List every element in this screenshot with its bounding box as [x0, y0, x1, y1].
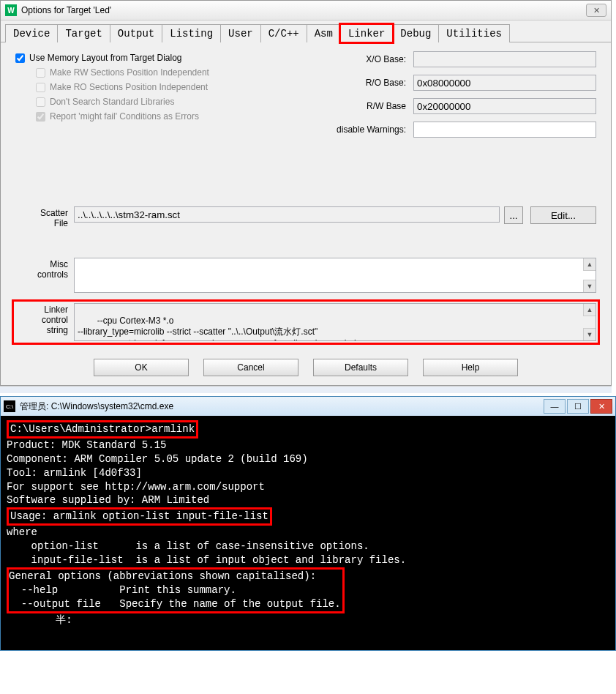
misc-controls-input[interactable]: ▲ ▼ — [74, 258, 596, 293]
cmd-icon: C:\ — [4, 400, 15, 412]
dialog-title: Options for Target 'Led' — [21, 5, 586, 15]
use-memory-layout-label: Use Memory Layout from Target Dialog — [29, 53, 182, 63]
cancel-button[interactable]: Cancel — [203, 359, 298, 376]
report-might-fail-checkbox — [36, 112, 45, 122]
options-dialog: W Options for Target 'Led' ✕ Device Targ… — [0, 0, 612, 386]
tab-utilities[interactable]: Utilities — [438, 24, 510, 42]
titlebar: W Options for Target 'Led' ✕ — [1, 1, 611, 20]
disable-warnings-input[interactable] — [413, 122, 596, 138]
rw-base-row: R/W Base — [326, 98, 596, 114]
minimize-button[interactable]: — — [544, 399, 566, 414]
cmd-window: C:\ 管理员: C:\Windows\system32\cmd.exe — ☐… — [0, 396, 616, 651]
tab-user[interactable]: User — [220, 24, 261, 42]
tab-listing[interactable]: Listing — [162, 24, 221, 42]
xo-base-row: X/O Base: — [326, 51, 596, 67]
tab-target[interactable]: Target — [57, 24, 110, 42]
scatter-input — [74, 206, 500, 223]
rw-base-input — [413, 98, 596, 114]
use-memory-layout-checkbox[interactable] — [15, 53, 25, 63]
linker-control-string: --cpu Cortex-M3 *.o --library_type=micro… — [74, 303, 596, 341]
defaults-button[interactable]: Defaults — [313, 359, 408, 376]
scatter-label: Scatter File — [15, 206, 74, 228]
dont-search-checkbox — [36, 97, 45, 107]
ro-base-row: R/O Base: — [326, 75, 596, 91]
make-rw-label: Make RW Sections Position Independent — [50, 67, 209, 78]
tab-bar: Device Target Output Listing User C/C++ … — [1, 20, 611, 42]
cmd-title-text: 管理员: C:\Windows\system32\cmd.exe — [20, 400, 542, 413]
tab-ccpp[interactable]: C/C++ — [260, 24, 307, 42]
tab-output[interactable]: Output — [110, 24, 162, 42]
cmd-usage-highlight: Usage: armlink option-list input-file-li… — [7, 507, 272, 526]
cmd-general-options-highlight: General options (abbreviations shown cap… — [7, 567, 345, 613]
scatter-browse-button[interactable]: ... — [504, 206, 523, 224]
linker-control-label: Linker control string — [15, 303, 74, 341]
tab-device[interactable]: Device — [5, 24, 58, 42]
scatter-section: Scatter File ... Edit... — [15, 206, 596, 228]
cmd-output-1: Product: MDK Standard 5.15 Component: AR… — [7, 439, 609, 507]
cmd-prompt-highlight: C:\Users\Administrator>armlink — [7, 420, 198, 439]
cmd-cursor-line: 半: — [7, 613, 609, 627]
xo-base-input — [413, 51, 596, 67]
cmd-body[interactable]: C:\Users\Administrator>armlinkProduct: M… — [1, 416, 615, 650]
right-column: X/O Base: R/O Base: R/W Base disable War… — [326, 51, 596, 145]
background-strip — [0, 386, 612, 393]
scroll-down-icon[interactable]: ▼ — [583, 328, 596, 340]
help-button[interactable]: Help — [423, 359, 518, 376]
cmd-titlebar: C:\ 管理员: C:\Windows\system32\cmd.exe — ☐… — [1, 397, 615, 416]
ro-base-input — [413, 75, 596, 91]
dialog-body: Use Memory Layout from Target Dialog Mak… — [1, 42, 611, 350]
maximize-button[interactable]: ☐ — [567, 399, 589, 414]
make-ro-label: Make RO Sections Position Independent — [50, 82, 208, 92]
tab-debug[interactable]: Debug — [392, 24, 439, 42]
scroll-down-icon[interactable]: ▼ — [583, 280, 596, 292]
app-icon: W — [5, 4, 17, 16]
disable-warnings-label: disable Warnings: — [326, 124, 406, 135]
scroll-up-icon[interactable]: ▲ — [583, 258, 596, 271]
close-button[interactable]: ✕ — [590, 399, 612, 414]
disable-warnings-row: disable Warnings: — [326, 122, 596, 138]
cmd-where-block: where option-list is a list of case-inse… — [7, 526, 609, 567]
dont-search-label: Don't Search Standard Libraries — [50, 97, 174, 107]
report-might-fail-label: Report 'might fail' Conditions as Errors — [50, 111, 199, 122]
ok-button[interactable]: OK — [94, 359, 189, 376]
scroll-up-icon[interactable]: ▲ — [583, 304, 596, 316]
scatter-edit-button[interactable]: Edit... — [530, 206, 596, 224]
misc-section: Misc controls ▲ ▼ — [15, 258, 596, 293]
make-rw-checkbox — [36, 68, 45, 78]
rw-base-label: R/W Base — [326, 101, 406, 111]
cmd-general-block: General options (abbreviations shown cap… — [9, 570, 341, 611]
dialog-button-row: OK Cancel Defaults Help — [1, 350, 611, 385]
ro-base-label: R/O Base: — [326, 78, 406, 88]
tab-asm[interactable]: Asm — [307, 24, 341, 42]
make-ro-checkbox — [36, 83, 45, 92]
linker-control-section: Linker control string --cpu Cortex-M3 *.… — [15, 303, 596, 341]
xo-base-label: X/O Base: — [326, 54, 406, 64]
tab-linker[interactable]: Linker — [340, 24, 393, 42]
close-icon[interactable]: ✕ — [586, 4, 606, 17]
linker-value: --cpu Cortex-M3 *.o --library_type=micro… — [78, 316, 361, 341]
misc-label: Misc controls — [15, 258, 74, 293]
